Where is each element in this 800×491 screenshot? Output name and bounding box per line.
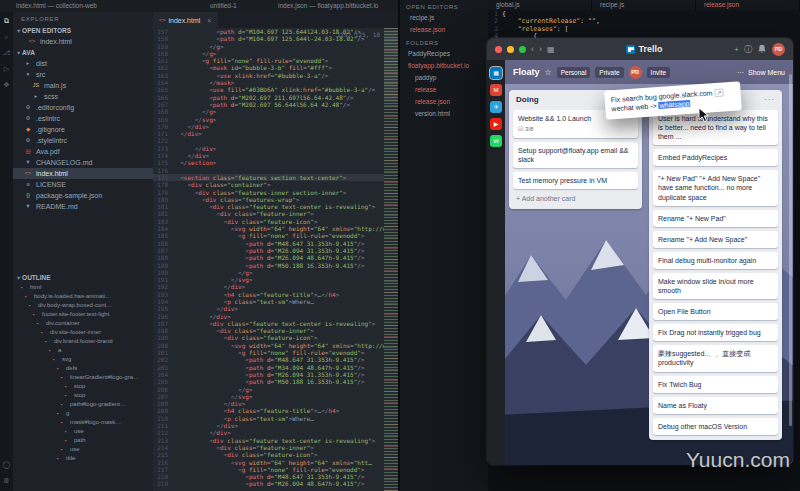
- code-line[interactable]: 181 <div class="feature text-center is-r…: [153, 203, 384, 210]
- search-icon[interactable]: ⌕: [5, 33, 9, 41]
- code-line[interactable]: 214 <div class="feature-inner">: [153, 444, 384, 451]
- code-line[interactable]: 183 <div class="feature-icon">: [153, 218, 384, 225]
- outline-item[interactable]: ▪g: [13, 409, 153, 418]
- open-editors-section-header[interactable]: OPEN EDITORS: [13, 25, 153, 36]
- code-line[interactable]: 178 <div class="container">: [153, 181, 384, 188]
- personal-button[interactable]: Personal: [557, 67, 591, 78]
- code-line[interactable]: 186 <path d="M48.647 31.353h-9.415"/>: [153, 240, 384, 247]
- file-item[interactable]: JSmain.js: [13, 80, 153, 91]
- trello-card[interactable]: Debug other macOS Version: [653, 418, 778, 435]
- file-item[interactable]: ▼README.md: [13, 201, 153, 212]
- zoom-button[interactable]: [519, 46, 526, 53]
- member-avatar[interactable]: PD: [629, 66, 642, 79]
- back-icon[interactable]: ‹: [531, 38, 534, 60]
- code-line[interactable]: 184 <svg width="64" height="64" xmlns="h…: [153, 225, 384, 232]
- code-line[interactable]: 218 <path d="M48.647 31.353h-9.415"/>: [153, 473, 384, 480]
- trello-app-icon[interactable]: ▦: [490, 67, 502, 79]
- folder-tree-item[interactable]: PaddyRecipes: [400, 48, 488, 60]
- code-line[interactable]: 164 </mask>: [153, 79, 384, 86]
- trello-card[interactable]: Fix Twich Bug: [653, 376, 778, 393]
- code-line[interactable]: 195 </div>: [153, 305, 384, 312]
- file-item[interactable]: {}package-sample.json: [13, 190, 153, 201]
- code-line[interactable]: 174 </div>: [153, 152, 384, 159]
- youtube-app-icon[interactable]: ▶: [490, 118, 502, 130]
- code-line[interactable]: 211 </div>: [153, 422, 384, 429]
- outline-item[interactable]: ▪stop: [13, 382, 153, 391]
- code-line[interactable]: 194 <p class="text-sm">Where…: [153, 298, 384, 305]
- code-line[interactable]: 203 <path d="M34.094 48.647h-9.415"/>: [153, 364, 384, 371]
- trello-card[interactable]: Test memory pressure in VM: [513, 172, 638, 189]
- info-icon[interactable]: ⓘ: [744, 44, 752, 55]
- telegram-app-icon[interactable]: ✈: [490, 101, 502, 113]
- code-line[interactable]: 180 <div class="features-wrap">: [153, 196, 384, 203]
- open-editor-item[interactable]: <>index.html: [13, 36, 153, 47]
- trello-card[interactable]: Fix Drag not instantly trigged bug: [653, 324, 778, 341]
- code-line[interactable]: 166 <path d="M202.697 211.697l56.64-42.4…: [153, 94, 384, 101]
- debug-icon[interactable]: ▷: [4, 65, 9, 73]
- code-line[interactable]: 205 <path d="M50.188 16.353h-9.415"/>: [153, 378, 384, 385]
- close-tab-icon[interactable]: ×: [207, 17, 211, 24]
- editor-tab[interactable]: global.js: [488, 0, 592, 10]
- code-line[interactable]: 210 <p class="text-sm">Where…: [153, 415, 384, 422]
- add-card-button[interactable]: + Add another card: [513, 193, 638, 204]
- outline-item[interactable]: ▪div.site-footer-inner: [13, 328, 153, 337]
- code-line[interactable]: 189 <path d="M50.188 16.353h-9.415"/>: [153, 262, 384, 269]
- folder-tree-item[interactable]: paddyp: [400, 72, 488, 84]
- outline-item[interactable]: ▪svg: [13, 355, 153, 364]
- code-line[interactable]: 198 <div class="feature-inner">: [153, 327, 384, 334]
- code-line[interactable]: 200 <svg width="64" height="64" xmlns="h…: [153, 342, 384, 349]
- minimap[interactable]: [384, 28, 398, 491]
- outline-item[interactable]: ▪footer.site-footer.text-light: [13, 310, 153, 319]
- file-item[interactable]: ▸scss: [13, 91, 153, 102]
- explorer-icon[interactable]: ⧉: [4, 17, 9, 25]
- source-control-icon[interactable]: ⎇: [2, 49, 10, 57]
- file-item[interactable]: ⚙.editorconfig: [13, 102, 153, 113]
- close-button[interactable]: [495, 46, 502, 53]
- code-line[interactable]: 188 <path d="M26.094 48.647h-9.415"/>: [153, 254, 384, 261]
- code-line[interactable]: 179 <div class="features-inner section-i…: [153, 189, 384, 196]
- code-line[interactable]: 177 <section class="features section tex…: [153, 174, 384, 181]
- code-line[interactable]: 2 "currentRelease": "",: [488, 17, 800, 24]
- code-line[interactable]: 212 </div>: [153, 429, 384, 436]
- trello-card[interactable]: Name as Floaty: [653, 397, 778, 414]
- user-avatar[interactable]: PD: [772, 43, 785, 56]
- code-line[interactable]: 209 <h4 class="feature-title">…</h4>: [153, 407, 384, 414]
- outline-item[interactable]: ▪body.is-loaded.has-animati…: [13, 292, 153, 301]
- settings-gear-icon[interactable]: ⚙: [3, 477, 9, 485]
- outline-item[interactable]: ▪mask#logo-mask…: [13, 418, 153, 427]
- code-line[interactable]: 182 <div class="feature-inner">: [153, 210, 384, 217]
- outline-item[interactable]: ▪title: [13, 454, 153, 463]
- trello-card[interactable]: Rename "+ New Pad": [653, 210, 778, 227]
- outline-item[interactable]: ▪div.brand.footer-brand: [13, 337, 153, 346]
- trello-card[interactable]: 豪辣suggested..、、直接变成 productivity: [653, 345, 778, 371]
- bell-icon[interactable]: [757, 44, 767, 54]
- code-line[interactable]: 196 </div>: [153, 313, 384, 320]
- code-line[interactable]: 175 </section>: [153, 159, 384, 166]
- folder-tree-item[interactable]: release: [400, 84, 488, 96]
- code-line[interactable]: 160 </g>: [153, 50, 384, 57]
- code-line[interactable]: 217 <g fill="none" fill-rule="evenodd">: [153, 466, 384, 473]
- file-item[interactable]: ▤Ava.pdf: [13, 146, 153, 157]
- open-editor-item[interactable]: release.json: [400, 24, 488, 36]
- outline-item[interactable]: ▪use: [13, 445, 153, 454]
- code-line[interactable]: 190 </g>: [153, 269, 384, 276]
- code-line[interactable]: 201 <g fill="none" fill-rule="evenodd">: [153, 349, 384, 356]
- code-editor[interactable]: 157 <path d="M104.697 125.644l24.03-18.0…: [153, 28, 384, 491]
- file-item[interactable]: ▸dist: [13, 58, 153, 69]
- outline-item[interactable]: ▪defs: [13, 364, 153, 373]
- window-titlebar[interactable]: index.html — collection-webuntitled-1ind…: [0, 0, 398, 12]
- folder-tree-item[interactable]: floatyapp.bitbucket.io: [400, 60, 488, 72]
- code-line[interactable]: 187 <path d="M26.094 31.353h-9.415"/>: [153, 247, 384, 254]
- whatsapp-app-icon[interactable]: W: [490, 135, 502, 147]
- show-menu-button[interactable]: Show Menu: [748, 69, 785, 76]
- trello-card[interactable]: Setup support@floaty.app email && slack: [513, 142, 638, 168]
- code-line[interactable]: 202 <path d="M48.647 31.353h-9.415"/>: [153, 356, 384, 363]
- trello-card[interactable]: Final debug multi-monitor again: [653, 252, 778, 269]
- code-line[interactable]: 219 <path d="M26.094 48.647h-9.415"/>: [153, 480, 384, 487]
- folder-tree-item[interactable]: release.json: [400, 96, 488, 108]
- trello-card[interactable]: Rename "+ Add New Space": [653, 231, 778, 248]
- outline-item[interactable]: ▪use: [13, 427, 153, 436]
- code-line[interactable]: 3 "releases": [: [488, 25, 800, 32]
- outline-item[interactable]: ▪html: [13, 283, 153, 292]
- file-item[interactable]: ◆.gitignore: [13, 124, 153, 135]
